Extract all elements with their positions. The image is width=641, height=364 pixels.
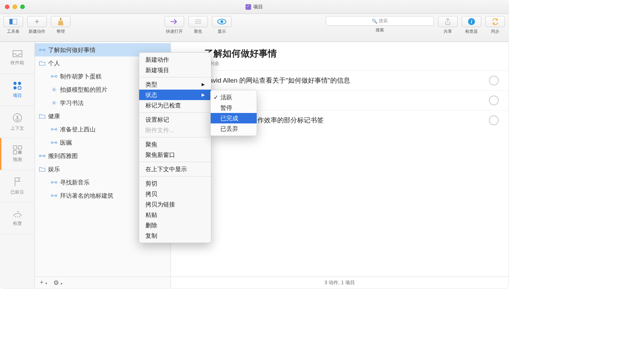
rail-label: 预测	[13, 157, 22, 163]
menu-show-in-context[interactable]: 在上下文中显示	[139, 164, 211, 174]
project-icon	[51, 74, 57, 78]
svg-point-32	[51, 142, 53, 144]
svg-point-19	[39, 49, 41, 51]
svg-rect-1	[9, 19, 13, 24]
menu-type[interactable]: 类型▶	[139, 79, 211, 90]
row-label: 拍摄模型船的照片	[60, 86, 107, 94]
menu-focus[interactable]: 聚焦	[139, 139, 211, 150]
perspective-rail: 收件箱 项目 上下文 预测 已标注 检查	[0, 42, 35, 288]
svg-rect-16	[18, 146, 22, 149]
svg-point-38	[51, 182, 53, 183]
project-icon	[51, 127, 57, 131]
context-menu: 新建动作 新建项目 类型▶ 状态▶ 标记为已检查 设置标记 附件文件... 聚焦…	[139, 52, 211, 243]
toolbar-cleanup[interactable]: 整理	[51, 16, 70, 35]
toolbar-view[interactable]: 显示	[212, 16, 232, 35]
rail-label: 上下文	[10, 125, 24, 131]
task-checkbox[interactable]	[489, 96, 499, 105]
flag-icon	[14, 177, 21, 187]
svg-rect-18	[18, 151, 22, 154]
submenu-on-hold[interactable]: 暂停	[211, 103, 257, 113]
titlebar: 项目	[0, 0, 508, 14]
rail-forecast[interactable]: 预测	[0, 138, 35, 170]
svg-point-7	[220, 20, 223, 23]
menu-focus-new-window[interactable]: 聚焦新窗口	[139, 150, 211, 160]
menu-new-action[interactable]: 新建动作	[139, 54, 211, 65]
toolbar-search[interactable]: 🔍搜索 搜索	[326, 16, 434, 33]
gear-button[interactable]: ⚙ ▾	[53, 279, 62, 287]
inbox-icon	[12, 50, 23, 58]
review-icon	[12, 210, 23, 218]
toolbar-focus[interactable]: 聚焦	[188, 16, 208, 35]
rail-inbox[interactable]: 收件箱	[0, 42, 35, 74]
svg-point-10	[13, 82, 16, 85]
forecast-icon	[13, 145, 22, 154]
row-label: 了解如何做好事情	[48, 46, 96, 54]
rail-flagged[interactable]: 已标注	[0, 170, 35, 202]
toolbar-inspector[interactable]: i 检查器	[462, 16, 481, 35]
menu-cut[interactable]: 剪切	[139, 178, 211, 189]
rail-label: 收件箱	[10, 60, 24, 66]
svg-point-28	[52, 101, 56, 105]
toolbar-share[interactable]: 共享	[438, 16, 458, 35]
row-label: 医嘱	[60, 139, 72, 147]
menu-delete[interactable]: 删除	[139, 220, 211, 230]
toolbar-label: 工具条	[7, 29, 20, 35]
folder-icon	[39, 113, 45, 119]
toolbar-label: 新建动作	[29, 29, 45, 35]
task-checkbox[interactable]	[489, 115, 499, 125]
project-icon	[51, 180, 57, 184]
toolbar-quick-open[interactable]: 快速打开	[165, 16, 184, 35]
menu-set-flag[interactable]: 设置标记	[139, 114, 211, 125]
minimize-button[interactable]	[13, 5, 17, 9]
close-button[interactable]	[5, 5, 9, 9]
svg-point-36	[44, 155, 45, 157]
project-icon	[39, 154, 45, 158]
toolbar-sidebar-toggle[interactable]: 工具条	[3, 16, 23, 35]
menu-new-project[interactable]: 新建项目	[139, 65, 211, 75]
toolbar-label: 检查器	[465, 29, 478, 35]
row-label: 学习书法	[60, 99, 84, 107]
svg-point-12	[13, 86, 16, 89]
menu-paste[interactable]: 粘贴	[139, 210, 211, 220]
task-row[interactable]: David Allen 的网站查看关于"如何做好事情"的信息	[171, 70, 508, 90]
status-submenu: 活跃 暂停 已完成 已丢弃	[210, 90, 257, 136]
task-checkbox[interactable]	[489, 76, 499, 85]
menu-duplicate[interactable]: 复制	[139, 230, 211, 241]
svg-rect-17	[13, 151, 17, 154]
rail-contexts[interactable]: 上下文	[0, 106, 35, 138]
toolbar-new-action[interactable]: + 新建动作	[27, 16, 47, 35]
window-title-text: 项目	[253, 4, 263, 10]
toolbar-label: 同步	[491, 29, 499, 35]
submenu-active[interactable]: 活跃	[211, 92, 257, 103]
toolbar-label: 显示	[218, 29, 226, 35]
maximize-button[interactable]	[20, 5, 25, 9]
row-label: 个人	[48, 59, 60, 67]
svg-point-13	[18, 86, 21, 89]
task-title: David Allen 的网站查看关于"如何做好事情"的信息	[204, 76, 485, 85]
folder-icon	[39, 60, 45, 66]
svg-point-35	[39, 155, 41, 157]
detail-pane: 了解如何做好事情 3 剩余 David Allen 的网站查看关于"如何做好事情…	[171, 42, 508, 288]
project-list-footer: + ▾ ⚙ ▾	[35, 276, 171, 288]
rail-review[interactable]: 检查	[0, 202, 35, 234]
submenu-dropped[interactable]: 已丢弃	[211, 123, 257, 134]
toolbar-label: 共享	[444, 29, 452, 35]
rail-label: 已标注	[10, 189, 24, 195]
chevron-right-icon: ▶	[202, 92, 205, 97]
svg-point-20	[44, 49, 45, 51]
toolbar-sync[interactable]: 同步	[485, 16, 505, 35]
menu-copy[interactable]: 拷贝	[139, 189, 211, 199]
app-icon	[246, 4, 251, 10]
menu-copy-link[interactable]: 拷贝为链接	[139, 199, 211, 210]
menu-mark-reviewed[interactable]: 标记为已检查	[139, 100, 211, 111]
row-label: 搬到西雅图	[48, 152, 78, 160]
toolbar-label: 搜索	[376, 27, 384, 33]
row-label: 寻找新音乐	[60, 179, 90, 187]
project-icon	[51, 141, 57, 145]
window-controls	[5, 5, 25, 9]
row-label: 准备登上西山	[60, 126, 96, 134]
add-button[interactable]: + ▾	[40, 279, 47, 286]
rail-projects[interactable]: 项目	[0, 74, 35, 106]
submenu-completed[interactable]: 已完成	[211, 113, 257, 123]
menu-status[interactable]: 状态▶	[139, 90, 211, 100]
